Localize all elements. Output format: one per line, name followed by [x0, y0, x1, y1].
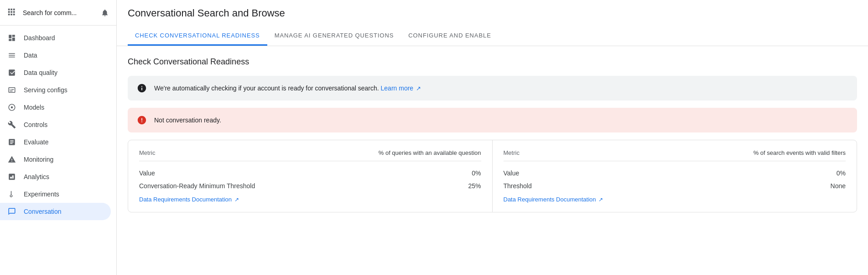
svg-rect-3	[8, 11, 10, 13]
sidebar-item-conversation[interactable]: Conversation	[0, 203, 111, 220]
external-link-icon-right: ↗	[598, 196, 603, 203]
serving-configs-icon	[7, 86, 16, 94]
page-title: Conversational Search and Browse	[128, 7, 857, 19]
sidebar-item-label: Experiments	[24, 190, 59, 198]
sidebar-item-label: Data quality	[24, 69, 57, 76]
svg-point-9	[11, 106, 13, 109]
page-title-bar: Conversational Search and Browse CHECK C…	[117, 0, 868, 46]
sidebar-item-label: Serving configs	[24, 86, 68, 94]
app-grid-icon	[7, 8, 17, 18]
svg-rect-0	[8, 8, 10, 10]
bell-icon[interactable]	[101, 9, 109, 17]
svg-rect-7	[10, 13, 12, 15]
metric-row-threshold-right: Threshold None	[504, 180, 846, 192]
controls-icon	[7, 121, 16, 129]
content-area: Check Conversational Readiness We're aut…	[117, 46, 868, 275]
data-requirements-link-right[interactable]: Data Requirements Documentation ↗	[504, 196, 603, 203]
metrics-grid: Metric % of queries with an available qu…	[128, 140, 857, 212]
error-banner-text: Not conversation ready.	[154, 116, 221, 124]
sidebar-item-serving-configs[interactable]: Serving configs	[0, 81, 111, 99]
metric-row-value-right: Value 0%	[504, 167, 846, 180]
sidebar-item-label: Evaluate	[24, 138, 48, 146]
sidebar-item-models[interactable]: Models	[0, 99, 111, 116]
svg-rect-2	[13, 8, 15, 10]
error-circle-icon	[137, 115, 147, 125]
conversation-icon	[7, 207, 16, 216]
sidebar-item-label: Dashboard	[24, 34, 55, 42]
section-title: Check Conversational Readiness	[128, 57, 857, 67]
sidebar: Search for comm... Dashboard Data	[0, 0, 117, 275]
metric-label-right: Metric	[504, 149, 520, 156]
metric-row-threshold-left: Conversation-Ready Minimum Threshold 25%	[139, 180, 481, 192]
sidebar-item-analytics[interactable]: Analytics	[0, 168, 111, 185]
sidebar-item-monitoring[interactable]: Monitoring	[0, 151, 111, 168]
svg-rect-8	[13, 13, 15, 15]
sidebar-item-experiments[interactable]: Experiments	[0, 185, 111, 203]
analytics-icon	[7, 173, 16, 181]
svg-rect-5	[13, 11, 15, 13]
learn-more-link[interactable]: Learn more ↗	[381, 85, 421, 92]
sidebar-item-label: Controls	[24, 121, 47, 128]
experiments-icon	[7, 190, 16, 198]
error-banner: Not conversation ready.	[128, 108, 857, 132]
svg-rect-1	[10, 8, 12, 10]
metric-label-left: Metric	[139, 149, 155, 156]
sidebar-item-label: Models	[24, 104, 44, 111]
tab-manage-ai[interactable]: MANAGE AI GENERATED QUESTIONS	[267, 26, 401, 46]
metric-panel-left: Metric % of queries with an available qu…	[128, 140, 493, 212]
sidebar-item-evaluate[interactable]: Evaluate	[0, 133, 111, 151]
sidebar-header: Search for comm...	[0, 0, 116, 26]
sidebar-item-data[interactable]: Data	[0, 47, 111, 64]
metrics-container: Metric % of queries with an available qu…	[128, 140, 857, 212]
sidebar-item-label: Conversation	[24, 208, 62, 215]
svg-rect-6	[8, 13, 10, 15]
metric-column-left: % of queries with an available question	[379, 149, 481, 156]
evaluate-icon	[7, 138, 16, 146]
metric-header-left: Metric % of queries with an available qu…	[139, 149, 481, 161]
metric-column-right: % of search events with valid filters	[754, 149, 846, 156]
main-content: Conversational Search and Browse CHECK C…	[117, 0, 868, 275]
monitoring-icon	[7, 155, 16, 164]
data-quality-icon	[7, 69, 16, 77]
sidebar-app-name: Search for comm...	[23, 9, 101, 16]
tab-configure-enable[interactable]: CONFIGURE AND ENABLE	[401, 26, 498, 46]
tab-check-readiness[interactable]: CHECK CONVERSATIONAL READINESS	[128, 26, 267, 46]
metric-header-right: Metric % of search events with valid fil…	[504, 149, 846, 161]
sidebar-item-label: Data	[24, 52, 37, 59]
sidebar-item-controls[interactable]: Controls	[0, 116, 111, 133]
sidebar-item-label: Monitoring	[24, 156, 53, 163]
external-link-icon-left: ↗	[234, 196, 239, 203]
data-requirements-link-left[interactable]: Data Requirements Documentation ↗	[139, 196, 239, 203]
models-icon	[7, 103, 16, 111]
data-icon	[7, 51, 16, 59]
metric-panel-right: Metric % of search events with valid fil…	[493, 140, 857, 212]
dashboard-icon	[7, 34, 16, 42]
info-banner: We're automatically checking if your acc…	[128, 76, 857, 100]
sidebar-item-dashboard[interactable]: Dashboard	[0, 29, 111, 47]
sidebar-item-label: Analytics	[24, 173, 49, 180]
svg-rect-4	[10, 11, 12, 13]
info-circle-icon	[137, 83, 147, 93]
info-banner-text: We're automatically checking if your acc…	[154, 85, 421, 92]
sidebar-item-data-quality[interactable]: Data quality	[0, 64, 111, 81]
metric-row-value-left: Value 0%	[139, 167, 481, 180]
tabs-bar: CHECK CONVERSATIONAL READINESS MANAGE AI…	[128, 26, 857, 46]
external-link-icon: ↗	[416, 85, 421, 92]
